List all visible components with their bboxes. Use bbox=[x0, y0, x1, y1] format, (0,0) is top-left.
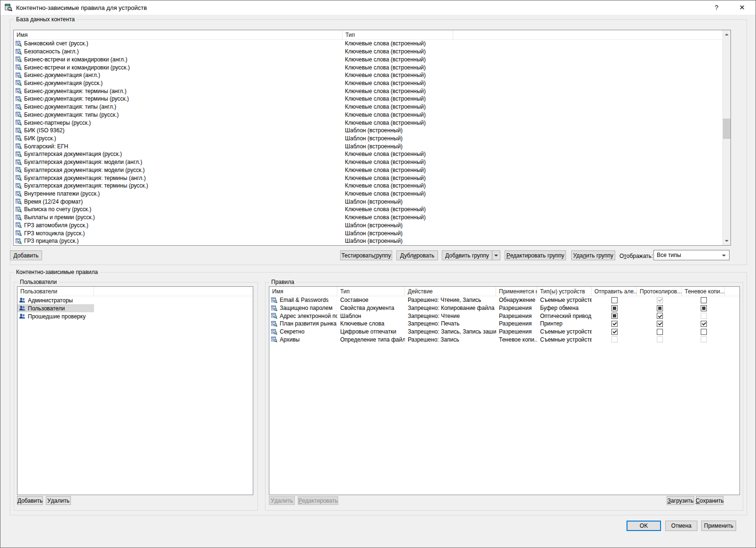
table-row[interactable]: Выписка по счету (русск.) Ключевые слова… bbox=[14, 206, 722, 214]
rules-table[interactable]: Имя Тип Действие Применяется к Тип(ы) ус… bbox=[269, 286, 740, 495]
content-db-list[interactable]: Имя Тип Банковский с bbox=[13, 30, 731, 246]
user-row[interactable]: Администраторы bbox=[17, 296, 94, 304]
close-button[interactable]: ✕ bbox=[731, 0, 753, 15]
table-row[interactable]: Болгарский: ЕГН Шаблон (встроенный) bbox=[14, 142, 722, 150]
table-row[interactable]: БИК (ISO 9362) Шаблон (встроенный) bbox=[14, 127, 722, 135]
table-row[interactable]: Бухгалтерская документация: термины (рус… bbox=[14, 182, 722, 190]
user-row[interactable]: Прошедшие проверку bbox=[17, 312, 94, 320]
table-row[interactable]: Бизнес-встречи и командировки (англ.) Кл… bbox=[14, 55, 722, 63]
users-group-label: Пользователи bbox=[18, 279, 59, 285]
column-header-log[interactable]: Протоколиров... bbox=[637, 287, 682, 296]
rule-row[interactable]: Секретно Цифровые отпечатки Запрещено: З… bbox=[269, 328, 739, 336]
column-header-action[interactable]: Действие bbox=[405, 287, 496, 296]
content-group-icon bbox=[271, 329, 277, 335]
add-button[interactable]: Добавить bbox=[10, 250, 42, 260]
log-checkbox[interactable] bbox=[657, 297, 663, 303]
rule-row[interactable]: Архивы Определение типа файла Разрешено:… bbox=[269, 335, 739, 343]
column-header-applies-to[interactable]: Применяется к bbox=[496, 287, 537, 296]
scroll-down-button[interactable] bbox=[723, 237, 730, 245]
content-group-icon bbox=[16, 72, 22, 78]
table-row[interactable]: Бухгалтерская документация: модели (англ… bbox=[14, 158, 722, 166]
rule-row[interactable]: Защищено паролем Свойства документа Запр… bbox=[269, 304, 739, 312]
ok-button[interactable]: OK bbox=[627, 521, 661, 531]
shadow-copy-checkbox[interactable] bbox=[701, 336, 707, 342]
shadow-copy-checkbox[interactable] bbox=[701, 313, 707, 319]
apply-button[interactable]: Применить bbox=[701, 521, 736, 531]
log-checkbox[interactable] bbox=[657, 336, 663, 342]
column-header-rule-type[interactable]: Тип bbox=[337, 287, 405, 296]
content-group-icon bbox=[16, 111, 22, 118]
column-header-send-alert[interactable]: Отправить але... bbox=[592, 287, 637, 296]
users-list[interactable]: Пользователи Администраторы bbox=[17, 286, 253, 495]
log-checkbox[interactable] bbox=[657, 313, 663, 319]
column-header-name[interactable]: Имя bbox=[14, 30, 343, 40]
table-row[interactable]: Бизнес-партнеры (русск.) Ключевые слова … bbox=[14, 119, 722, 127]
rule-row[interactable]: План развития рынка ... Ключевые слова З… bbox=[269, 320, 739, 328]
help-button[interactable]: ? bbox=[706, 0, 727, 15]
column-header-shadow-copy[interactable]: Теневое копи... bbox=[682, 287, 725, 296]
table-row[interactable]: БИК (русск.) Шаблон (встроенный) bbox=[14, 135, 722, 143]
shadow-copy-checkbox[interactable] bbox=[701, 297, 707, 303]
send-alert-checkbox[interactable] bbox=[611, 297, 618, 303]
users-add-button[interactable]: Добавить bbox=[17, 496, 43, 505]
rule-row[interactable]: Адрес электронной по... Шаблон Запрещено… bbox=[269, 312, 739, 320]
table-row[interactable]: Бухгалтерская документация: модели (русс… bbox=[14, 166, 722, 174]
shadow-copy-checkbox[interactable] bbox=[701, 321, 707, 327]
display-filter-select[interactable]: Все типы bbox=[653, 250, 730, 260]
scroll-thumb[interactable] bbox=[723, 119, 730, 139]
table-row[interactable]: Бизнес-встречи и командировки (русск.) К… bbox=[14, 63, 722, 71]
rule-action-cell: Запрещено: Копирование файла bbox=[405, 305, 496, 311]
rule-type-cell: Составное bbox=[337, 297, 405, 303]
table-row[interactable]: Безопасность (англ.) Ключевые слова (вст… bbox=[14, 48, 722, 56]
test-group-button[interactable]: Тестировать группу bbox=[340, 250, 392, 260]
rules-edit-button[interactable]: Редактировать bbox=[298, 496, 338, 505]
column-header-device-types[interactable]: Тип(ы) устройств bbox=[537, 287, 592, 296]
users-delete-button[interactable]: Удалить bbox=[46, 496, 71, 505]
table-row[interactable]: Внутренние платежи (русск.) Ключевые сло… bbox=[14, 190, 722, 198]
table-row[interactable]: ГРЗ прицепа (русск.) Шаблон (встроенный) bbox=[14, 237, 722, 245]
rule-row[interactable]: Email & Passwords Составное Разрешено: Ч… bbox=[269, 296, 739, 304]
content-group-icon bbox=[16, 191, 22, 197]
column-header-rule-name[interactable]: Имя bbox=[269, 287, 337, 296]
save-button[interactable]: Сохранить bbox=[696, 496, 723, 505]
column-header-type[interactable]: Тип bbox=[343, 30, 453, 40]
log-checkbox[interactable] bbox=[657, 305, 663, 311]
table-row[interactable]: Бизнес-документация (русск.) Ключевые сл… bbox=[14, 79, 722, 87]
table-row[interactable]: Время (12/24 формат) Шаблон (встроенный) bbox=[14, 197, 722, 206]
send-alert-checkbox[interactable] bbox=[611, 313, 618, 319]
table-row[interactable]: ГРЗ мотоцикла (русск.) Шаблон (встроенны… bbox=[14, 229, 722, 237]
add-group-button[interactable]: Добавить группу bbox=[442, 250, 492, 260]
table-row[interactable]: Бизнес-документация: термины (русск.) Кл… bbox=[14, 95, 722, 103]
table-row[interactable]: Выплаты и премии (русск.) Ключевые слова… bbox=[14, 214, 722, 222]
send-alert-checkbox[interactable] bbox=[611, 336, 618, 342]
shadow-copy-checkbox[interactable] bbox=[701, 329, 707, 335]
add-group-dropdown[interactable] bbox=[492, 250, 500, 260]
send-alert-checkbox[interactable] bbox=[611, 329, 618, 335]
edit-group-button[interactable]: Редактировать группу bbox=[505, 250, 566, 260]
table-row[interactable]: ГРЗ автомобиля (русск.) Шаблон (встроенн… bbox=[14, 222, 722, 230]
content-rules-group-label: Контентно-зависимые правила bbox=[14, 269, 100, 275]
table-row[interactable]: Бухгалтерская документация: термины (анг… bbox=[14, 174, 722, 182]
users-column-header[interactable]: Пользователи bbox=[17, 287, 94, 296]
table-row[interactable]: Бизнес-документация (англ.) Ключевые сло… bbox=[14, 71, 722, 79]
table-row[interactable]: Бизнес-документация: типы (англ.) Ключев… bbox=[14, 103, 722, 111]
vertical-scrollbar[interactable] bbox=[722, 30, 730, 245]
rules-delete-button[interactable]: Удалить bbox=[269, 496, 295, 505]
delete-group-button[interactable]: Удалить группу bbox=[571, 250, 615, 260]
table-row[interactable]: Бухгалтерская документация (русск.) Ключ… bbox=[14, 150, 722, 158]
load-button[interactable]: Загрузить bbox=[667, 496, 694, 505]
display-label: Отображать: bbox=[619, 253, 653, 259]
table-row[interactable]: Банковский счет (русск.) Ключевые слова … bbox=[14, 40, 722, 48]
log-checkbox[interactable] bbox=[657, 329, 663, 335]
scroll-up-button[interactable] bbox=[723, 30, 730, 38]
shadow-copy-checkbox[interactable] bbox=[701, 305, 707, 311]
send-alert-checkbox[interactable] bbox=[611, 321, 618, 327]
send-alert-checkbox[interactable] bbox=[611, 305, 618, 311]
table-row[interactable]: Бизнес-документация: типы (русск.) Ключе… bbox=[14, 111, 722, 119]
user-row[interactable]: Пользователи bbox=[17, 304, 94, 312]
log-checkbox[interactable] bbox=[657, 321, 663, 327]
cancel-button[interactable]: Отмена bbox=[665, 521, 697, 531]
duplicate-button[interactable]: Дублировать bbox=[396, 250, 438, 260]
table-row[interactable]: Бизнес-документация: термины (англ.) Клю… bbox=[14, 87, 722, 95]
rule-devices-cell: Буфер обмена bbox=[537, 305, 592, 311]
